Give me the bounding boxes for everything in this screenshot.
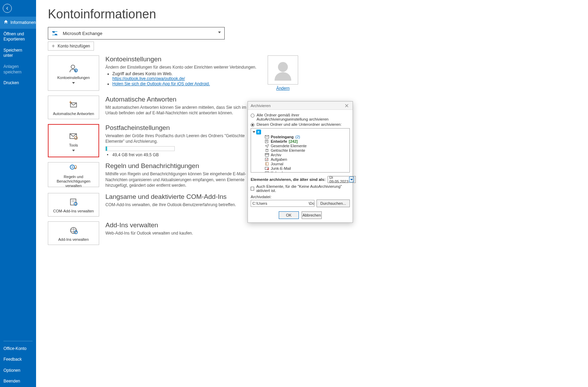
- archive-file-path[interactable]: C:\Users \Documents\Outlook-: [251, 200, 314, 207]
- tile-label: Regeln und Benachrichtigungen verwalten: [50, 175, 97, 188]
- account-label: Microsoft Exchange: [63, 31, 102, 36]
- sidebar-item-label: Drucken: [3, 80, 19, 86]
- outlook-icon: E: [256, 130, 261, 134]
- chevron-down-icon: [72, 150, 75, 151]
- checkbox-label: Auch Elemente, für die "Keine AutoArchiv…: [256, 184, 350, 193]
- chevron-down-icon: [253, 131, 256, 133]
- section-title-addins: Add-Ins verwalten: [105, 221, 258, 229]
- section-desc: Mithilfe von Regeln und Benachrichtigung…: [105, 171, 258, 188]
- sidebar-item-speichern-unter[interactable]: Speichern unter: [0, 45, 36, 61]
- include-noautoarchive-checkbox[interactable]: Auch Elemente, für die "Keine AutoArchiv…: [251, 184, 350, 193]
- tile-regeln[interactable]: Regeln und Benachrichtigungen verwalten: [48, 162, 99, 187]
- svg-rect-8: [70, 199, 76, 205]
- sidebar-item-optionen[interactable]: Optionen: [0, 365, 36, 376]
- tile-addins[interactable]: Add-Ins verwalten: [48, 221, 99, 245]
- tree-item-archiv[interactable]: Archiv: [252, 152, 349, 157]
- browse-button[interactable]: Durchsuchen...: [317, 200, 350, 207]
- tree-item-posteingang[interactable]: Posteingang (2): [252, 134, 349, 139]
- sidebar-item-informationen[interactable]: Informationen: [0, 17, 36, 29]
- sidebar-item-label: Office-Konto: [3, 346, 26, 352]
- journal-icon: [265, 162, 269, 166]
- tree-item-journal[interactable]: Journal: [252, 161, 349, 166]
- tree-item-kalender[interactable]: Kalender: [252, 170, 349, 173]
- tile-auto-antworten[interactable]: Automatische Antworten: [48, 96, 99, 119]
- radio-icon: [251, 114, 254, 117]
- mailbox-quota-text: 49,4 GB frei von 49,5 GB: [112, 152, 258, 157]
- trash-icon: [265, 149, 269, 152]
- tree-item-geloescht[interactable]: Gelöschte Elemente: [252, 148, 349, 152]
- page-title: Kontoinformationen: [48, 7, 576, 21]
- tree-item-gesendet[interactable]: Gesendete Elemente: [252, 143, 349, 148]
- mail-icon: [265, 135, 269, 139]
- svg-rect-22: [265, 154, 269, 156]
- sidebar-item-label: Speichern unter: [3, 48, 33, 59]
- junk-icon: [265, 167, 269, 170]
- svg-point-5: [75, 137, 78, 140]
- owa-link[interactable]: https://outlook.live.com/owa/outlook.de/: [112, 76, 185, 81]
- com-addins-icon: [69, 197, 78, 208]
- cancel-button[interactable]: Abbrechen: [302, 211, 322, 219]
- plus-icon: +: [52, 44, 55, 48]
- sidebar-item-label: Informationen: [10, 20, 36, 26]
- breadcrumb: [48, 0, 576, 3]
- chevron-down-icon: [72, 82, 75, 84]
- folder-tree[interactable]: E Posteingang (2) Entwürfe [242] Ge: [251, 128, 350, 173]
- sidebar-item-office-konto[interactable]: Office-Konto: [0, 343, 36, 354]
- account-settings-icon: [69, 64, 78, 74]
- tree-item-aufgaben[interactable]: Aufgaben: [252, 157, 349, 161]
- radio-icon: [251, 123, 254, 127]
- profile-picture[interactable]: [268, 55, 298, 85]
- chevron-down-icon[interactable]: [349, 177, 354, 182]
- sidebar-item-drucken[interactable]: Drucken: [0, 78, 36, 89]
- ok-button[interactable]: OK: [279, 211, 299, 219]
- chevron-down-icon: [218, 32, 221, 33]
- backstage-sidebar: Informationen Öffnen und Exportieren Spe…: [0, 0, 36, 387]
- sidebar-item-label: Optionen: [3, 368, 20, 373]
- svg-rect-24: [265, 158, 268, 161]
- sidebar-item-feedback[interactable]: Feedback: [0, 354, 36, 365]
- sidebar-item-beenden[interactable]: Beenden: [0, 376, 36, 387]
- task-icon: [265, 158, 269, 161]
- tree-item-entwuerfe[interactable]: Entwürfe [242]: [252, 139, 349, 143]
- archive-dialog: Archivieren Alle Ordner gemäß ihrer Auto…: [248, 101, 353, 223]
- tile-label: Add-Ins verwalten: [58, 237, 89, 242]
- back-button[interactable]: [3, 4, 12, 13]
- svg-rect-30: [265, 171, 269, 173]
- account-selector[interactable]: Microsoft Exchange: [48, 27, 225, 39]
- app-link[interactable]: Holen Sie sich die Outlook-App für iOS o…: [112, 81, 210, 86]
- section-title-auto: Automatische Antworten: [105, 96, 258, 103]
- radio-this-folder[interactable]: Diesen Ordner und alle Unterordner archi…: [251, 122, 350, 127]
- tile-kontoeinstellungen[interactable]: Kontoeinstellungen: [48, 55, 99, 91]
- svg-point-0: [71, 65, 75, 69]
- tile-com-addins[interactable]: COM-Add-Ins verwalten: [48, 193, 99, 217]
- exchange-icon: [51, 29, 59, 37]
- sidebar-item-label: Feedback: [3, 357, 22, 362]
- radio-all-folders[interactable]: Alle Ordner gemäß ihrer AutoArchivierung…: [251, 113, 350, 121]
- main-content: Kontoinformationen Microsoft Exchange + …: [36, 0, 588, 387]
- tree-item-junk[interactable]: Junk-E-Mail: [252, 166, 349, 170]
- tile-label: Kontoeinstellungen: [57, 76, 90, 80]
- svg-rect-23: [265, 153, 269, 154]
- change-profile-link[interactable]: Ändern: [276, 86, 290, 91]
- older-than-date[interactable]: Di 09.05.2023: [328, 176, 356, 183]
- section-desc: Verwalten der Größe Ihres Postfachs durc…: [105, 133, 258, 144]
- tile-tools[interactable]: Tools: [48, 124, 99, 157]
- section-title-postfach: Postfacheinstellungen: [105, 124, 258, 132]
- bullet-text: Zugriff auf dieses Konto im Web. https:/…: [112, 71, 258, 81]
- sidebar-item-oeffnen[interactable]: Öffnen und Exportieren: [0, 29, 36, 45]
- sidebar-item-label: Anlagen speichern: [3, 64, 33, 75]
- home-icon: [3, 19, 8, 26]
- older-than-label: Elemente archivieren, die älter sind als…: [251, 177, 326, 182]
- section-desc: COM-Add-Ins verwalten, die Ihre Outlook-…: [105, 202, 258, 208]
- dialog-title: Archivieren: [251, 104, 271, 108]
- section-desc: Mit automatischen Antworten können Sie a…: [105, 105, 258, 116]
- sidebar-item-label: Öffnen und Exportieren: [3, 32, 33, 42]
- dialog-titlebar[interactable]: Archivieren: [248, 102, 353, 110]
- tree-root[interactable]: E: [252, 130, 349, 134]
- add-account-button[interactable]: + Konto hinzufügen: [48, 42, 94, 51]
- rules-icon: [69, 163, 78, 173]
- radio-label: Alle Ordner gemäß ihrer AutoArchivierung…: [257, 113, 350, 121]
- tile-label: Tools: [69, 143, 78, 148]
- close-icon[interactable]: [343, 103, 351, 109]
- archive-file-label: Archivdatei:: [251, 195, 350, 199]
